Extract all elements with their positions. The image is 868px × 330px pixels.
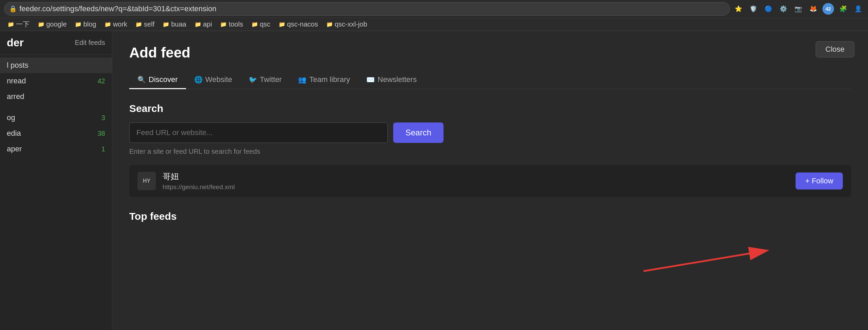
bookmark-folder-icon: 📁 (195, 21, 201, 28)
bookmark-folder-icon: 📁 (7, 21, 14, 28)
follow-button[interactable]: + Follow (796, 172, 843, 189)
bookmark-label: self (144, 20, 154, 28)
bookmark-label: 一下 (16, 20, 30, 29)
tab-team-library[interactable]: 👥 Team library (290, 71, 358, 89)
bookmark-qsc[interactable]: 📁 qsc (248, 19, 274, 29)
aper-count: 1 (101, 145, 105, 153)
bookmark-folder-icon: 📁 (75, 21, 82, 28)
settings-icon[interactable]: ⚙️ (778, 3, 789, 15)
main-layout: der Edit feeds l posts nread 42 arred og… (0, 31, 868, 330)
tab-discover-label: Discover (149, 75, 178, 84)
tab-newsletters[interactable]: ✉️ Newsletters (358, 71, 425, 89)
close-button[interactable]: Close (816, 41, 854, 57)
bookmark-folder-icon: 📁 (135, 21, 142, 28)
browser-chrome: 🔒 feeder.co/settings/feeds/new?q=&tabId=… (0, 0, 868, 31)
sidebar-item-edia[interactable]: edia 38 (0, 126, 112, 141)
bookmark-xiaxia[interactable]: 📁 一下 (4, 19, 33, 30)
svg-line-1 (644, 251, 766, 271)
tab-twitter[interactable]: 🐦 Twitter (240, 71, 290, 89)
tab-website[interactable]: 🌐 Website (186, 71, 240, 89)
bookmark-blog[interactable]: 📁 blog (71, 19, 100, 29)
bookmark-self[interactable]: 📁 self (132, 19, 158, 29)
bookmark-label: qsc (260, 20, 270, 28)
bookmark-tools[interactable]: 📁 tools (217, 19, 246, 29)
feed-result-item: HY 哥妞 https://geniu.net/feed.xml + Follo… (129, 165, 851, 197)
bookmark-label: work (113, 20, 127, 28)
page-title: Add feed (129, 45, 851, 61)
search-section-title: Search (129, 103, 851, 114)
sidebar-item-all-posts[interactable]: l posts (0, 57, 112, 73)
unread-label: nread (7, 77, 26, 85)
sidebar-logo: der (7, 36, 24, 49)
starred-label: arred (7, 92, 24, 101)
content-area: Close Add feed 🔍 Discover 🌐 Website 🐦 Tw… (112, 31, 868, 330)
bookmark-folder-icon: 📁 (251, 21, 258, 28)
search-input[interactable] (129, 122, 388, 143)
bookmark-folder-icon: 📁 (38, 21, 45, 28)
address-bar[interactable]: 🔒 feeder.co/settings/feeds/new?q=&tabId=… (4, 2, 730, 16)
lock-icon: 🔒 (9, 5, 17, 13)
bookmark-qsc-nacos[interactable]: 📁 qsc-nacos (275, 19, 321, 29)
feed-info: 哥妞 https://geniu.net/feed.xml (163, 171, 796, 191)
sidebar-item-aper[interactable]: aper 1 (0, 141, 112, 157)
camera-icon[interactable]: 📷 (792, 3, 804, 15)
bookmark-folder-icon: 📁 (326, 21, 333, 28)
bookmark-label: qsc-nacos (287, 20, 318, 28)
sidebar-item-starred[interactable]: arred (0, 89, 112, 104)
browser-icons: ⭐ 🛡️ 🔵 ⚙️ 📷 🦊 42 🧩 👤 (733, 3, 864, 15)
top-feeds-title: Top feeds (129, 211, 851, 222)
profile-icon[interactable]: 👤 (852, 3, 864, 15)
address-bar-row: 🔒 feeder.co/settings/feeds/new?q=&tabId=… (0, 0, 868, 18)
website-icon: 🌐 (194, 76, 203, 84)
search-hint: Enter a site or feed URL to search for f… (129, 148, 851, 155)
feed-url: https://geniu.net/feed.xml (163, 183, 796, 191)
browser-ext-icon[interactable]: 🦊 (807, 3, 819, 15)
bookmark-label: buaa (171, 20, 186, 28)
tab-discover[interactable]: 🔍 Discover (129, 71, 186, 89)
edit-feeds-button[interactable]: Edit feeds (75, 39, 105, 47)
sidebar-item-og[interactable]: og 3 (0, 110, 112, 126)
bookmark-google[interactable]: 📁 google (34, 19, 70, 29)
tab-website-label: Website (205, 75, 232, 84)
tabs: 🔍 Discover 🌐 Website 🐦 Twitter 👥 Team li… (129, 71, 851, 89)
bookmark-folder-icon: 📁 (279, 21, 285, 28)
tab-team-library-label: Team library (309, 75, 350, 84)
bookmark-api[interactable]: 📁 api (191, 19, 216, 29)
search-row: Search (129, 122, 851, 143)
vpn-icon[interactable]: 🔵 (763, 3, 774, 15)
search-button[interactable]: Search (393, 122, 444, 143)
bookmark-folder-icon: 📁 (163, 21, 169, 28)
team-library-icon: 👥 (298, 76, 306, 84)
bookmark-folder-icon: 📁 (220, 21, 227, 28)
sidebar: der Edit feeds l posts nread 42 arred og… (0, 31, 112, 330)
feed-name: 哥妞 (163, 171, 796, 182)
twitter-icon: 🐦 (249, 76, 257, 84)
arrow-annotation (640, 241, 783, 283)
bookmark-label: tools (229, 20, 243, 28)
bookmark-label: blog (83, 20, 96, 28)
bookmark-label: api (203, 20, 212, 28)
bookmark-buaa[interactable]: 📁 buaa (159, 19, 190, 29)
all-posts-label: l posts (7, 61, 29, 70)
star-icon[interactable]: ⭐ (733, 3, 744, 15)
bookmark-label: google (46, 20, 67, 28)
shield-icon[interactable]: 🛡️ (748, 3, 759, 15)
extensions-icon[interactable]: 🧩 (837, 3, 849, 15)
extension-badge[interactable]: 42 (822, 3, 834, 15)
bookmarks-bar: 📁 一下 📁 google 📁 blog 📁 work 📁 self 📁 bua… (0, 18, 868, 31)
sidebar-item-unread[interactable]: nread 42 (0, 73, 112, 89)
discover-icon: 🔍 (137, 76, 146, 84)
og-label: og (7, 113, 15, 122)
bookmark-qsc-xxl-job[interactable]: 📁 qsc-xxl-job (323, 19, 371, 29)
bookmark-folder-icon: 📁 (104, 21, 111, 28)
feed-avatar: HY (137, 172, 156, 190)
unread-count: 42 (98, 77, 105, 85)
tab-newsletters-label: Newsletters (378, 75, 417, 84)
edia-count: 38 (98, 130, 105, 137)
tab-twitter-label: Twitter (260, 75, 282, 84)
bookmark-work[interactable]: 📁 work (101, 19, 131, 29)
edia-label: edia (7, 129, 21, 138)
newsletters-icon: ✉️ (366, 76, 375, 84)
sidebar-all-posts-section: l posts nread 42 arred (0, 55, 112, 107)
aper-label: aper (7, 145, 22, 153)
